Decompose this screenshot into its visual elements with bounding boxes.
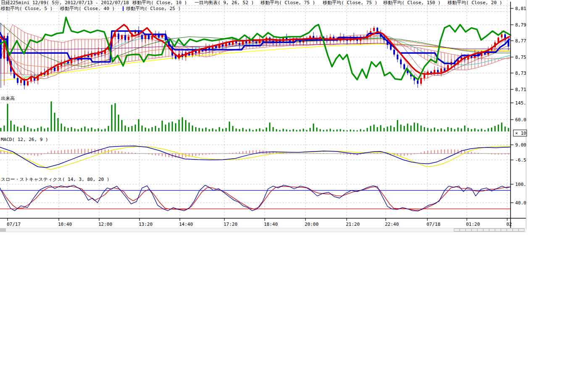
svg-text:100.: 100. — [515, 182, 527, 187]
svg-text:17:20: 17:20 — [224, 222, 237, 227]
horizontal-scrollbar[interactable] — [0, 228, 526, 232]
chart-window: 日経225mini 12/09( 5分, 2012/07/13 - 2012/0… — [0, 0, 574, 392]
svg-text:12:00: 12:00 — [98, 222, 112, 227]
svg-text:8,79: 8,79 — [515, 22, 527, 28]
stoch-panel-label: スロー・ストキャスティクス( 14, 3, 80, 20 ) — [1, 177, 109, 182]
svg-text:9.00: 9.00 — [515, 142, 527, 148]
svg-text:× 10: × 10 — [515, 131, 527, 136]
scrollbar-left-button[interactable] — [0, 228, 6, 232]
svg-text:-6.5: -6.5 — [515, 157, 527, 163]
svg-text:8,73: 8,73 — [515, 71, 527, 76]
svg-text:60.0: 60.0 — [515, 117, 527, 123]
svg-text:40.0: 40.0 — [515, 200, 527, 206]
svg-text:07/17: 07/17 — [7, 222, 21, 227]
scrollbar-thumb[interactable] — [454, 228, 524, 232]
svg-text:10:40: 10:40 — [58, 222, 72, 227]
svg-text:14:40: 14:40 — [179, 222, 193, 227]
svg-text:8,71: 8,71 — [515, 87, 527, 92]
svg-text:145.: 145. — [515, 100, 527, 106]
volume-panel-label: 出来高 — [1, 96, 15, 101]
svg-text:18:40: 18:40 — [264, 222, 278, 227]
svg-text:01:20: 01:20 — [466, 222, 480, 227]
svg-text:02: 02 — [506, 222, 512, 227]
svg-text:20:00: 20:00 — [305, 222, 319, 227]
svg-text:21:20: 21:20 — [346, 222, 360, 227]
svg-text:8,75: 8,75 — [515, 55, 527, 60]
svg-text:8,81: 8,81 — [515, 6, 527, 11]
svg-text:8,77: 8,77 — [515, 38, 527, 44]
price-chart-canvas[interactable]: 8,818,798,778,758,738,71145.60.09.00-6.5… — [0, 0, 574, 392]
svg-text:13:20: 13:20 — [139, 222, 153, 227]
svg-text:07/18: 07/18 — [427, 222, 440, 227]
macd-panel-label: MACD( 12, 26, 9 ) — [1, 137, 48, 142]
svg-text:22:40: 22:40 — [385, 222, 399, 227]
